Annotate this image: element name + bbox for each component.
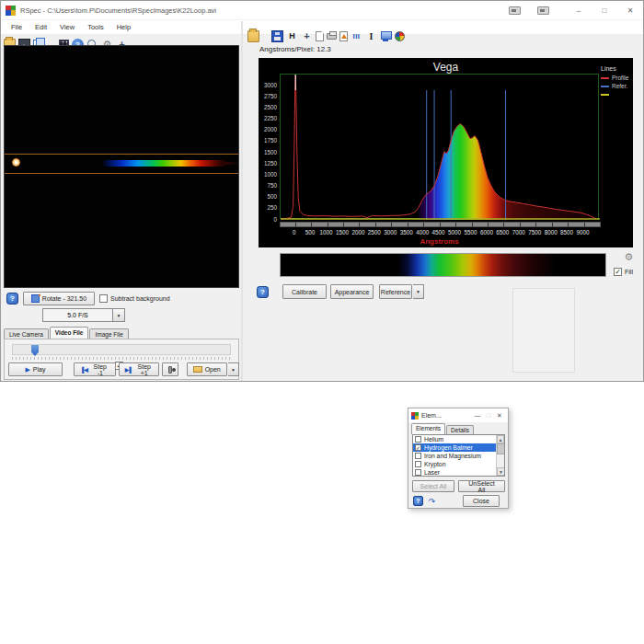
dialog-tab-details[interactable]: Details [446,425,474,434]
element-list-item[interactable]: Laser [413,468,504,477]
scroll-thumb[interactable] [497,443,505,454]
scroll-down-icon[interactable]: ▼ [497,467,505,476]
menu-help[interactable]: Help [110,21,137,33]
legend-swatch [601,86,609,87]
tab-video-file[interactable]: Video File [50,327,89,339]
play-label: Play [33,366,46,373]
chart-title: Vega [259,61,633,74]
element-label: Krypton [424,461,445,467]
element-list-item[interactable]: Krypton [413,460,504,468]
titlebar-plugin-icon[interactable] [509,6,521,15]
calibrate-button[interactable]: Calibrate [282,284,327,299]
x-axis-tickband [280,222,601,227]
dropdown-icon[interactable] [262,30,269,42]
element-checkbox[interactable] [415,469,421,476]
maximize-button[interactable]: □ [592,1,617,20]
text-cursor-icon[interactable] [365,30,377,42]
measurement-line-top[interactable] [5,154,238,155]
step-back-button[interactable]: ▐◀ Step -1 [74,362,116,376]
element-checkbox[interactable] [415,461,421,467]
step-forward-label: Step +1 [136,363,153,376]
plot-area[interactable] [280,74,599,219]
titlebar-plugin-icon[interactable] [537,6,549,15]
dialog-title: Elem... [421,412,472,419]
reference-button[interactable]: Reference [379,284,412,299]
dialog-close-button[interactable]: Close [463,495,500,507]
video-frame-panel[interactable] [4,45,239,288]
dialog-close-icon[interactable]: ✕ [494,412,505,420]
element-checkbox[interactable] [415,444,421,451]
subtract-background-checkbox[interactable]: Subtract background [99,294,170,303]
spectrum-chart: Vega Lines ProfileRefer. Angstroms 02505… [259,58,633,247]
reference-dropdown-arrow[interactable]: ▼ [413,284,424,299]
appearance-button[interactable]: Appearance [330,284,374,299]
redo-arrow-icon[interactable]: ↷ [427,496,437,506]
element-checkbox[interactable] [415,436,421,443]
color-wheel-icon[interactable] [395,31,405,41]
x-tick [391,223,392,227]
page-icon[interactable] [316,31,324,41]
help-icon[interactable]: ? [257,286,269,298]
close-button[interactable]: ✕ [617,1,643,20]
elements-dialog: Elem... — □ ✕ ElementsDetails HeliumHydr… [408,408,509,509]
dialog-maximize-button: □ [483,412,494,419]
crosshair-icon[interactable] [301,30,313,42]
legend-title: Lines [601,65,628,72]
checkbox-box[interactable] [99,294,108,303]
checkbox-box[interactable] [614,268,622,276]
display-icon[interactable] [380,30,392,42]
element-list-item[interactable]: Iron and Magnesium [413,452,504,460]
titlebar[interactable]: RSpec - C:\Users\tom.P\Documents\RSpecIm… [1,1,643,20]
menu-view[interactable]: View [53,21,81,33]
x-tick [520,223,521,227]
printer-icon[interactable] [327,33,337,40]
panel-splitter[interactable] [241,21,243,381]
x-tick [552,223,553,227]
save-icon[interactable] [271,30,283,42]
y-tick-label: 250 [259,204,277,211]
fill-checkbox[interactable]: Fill [614,268,633,276]
dialog-titlebar[interactable]: Elem... — □ ✕ [408,408,508,422]
help-icon[interactable]: ? [413,496,423,506]
scroll-up-icon[interactable]: ▲ [497,435,504,443]
measurement-line-bottom[interactable] [5,173,238,174]
h-icon[interactable] [286,30,298,42]
dialog-tab-elements[interactable]: Elements [411,423,445,434]
open-folder-icon[interactable] [247,30,259,42]
element-label: Hydrogen Balmer [424,444,473,451]
rotate-button[interactable]: Rotate - 321.50 [23,292,95,305]
snapshot-button[interactable] [162,362,178,376]
chart-legend: Lines ProfileRefer. [601,65,628,98]
help-icon[interactable]: ? [6,293,18,305]
folder-icon [193,366,202,373]
elements-list[interactable]: HeliumHydrogen BalmerIron and MagnesiumK… [412,434,505,477]
fps-dropdown[interactable]: 5.0 F/S ▼ [42,308,125,322]
subtract-background-label: Subtract background [110,295,170,302]
export-icon[interactable] [339,31,348,41]
slider-thumb[interactable] [31,345,39,356]
play-button[interactable]: ▶ Play [8,362,63,376]
columns-icon[interactable] [351,30,362,42]
rotate-icon [31,294,40,303]
element-list-item[interactable]: Hydrogen Balmer [413,443,504,452]
element-checkbox[interactable] [415,453,421,459]
menu-tools[interactable]: Tools [81,21,110,33]
unselect-all-button[interactable]: UnSelect All [458,480,505,492]
open-dropdown-arrow[interactable]: ▼ [228,362,239,376]
y-tick-label: 2750 [259,93,277,99]
step-forward-button[interactable]: ▶▌ Step +1 [119,362,159,376]
dialog-minimize-button[interactable]: — [472,412,483,419]
open-button[interactable]: Open [187,362,227,376]
gear-icon[interactable]: ⚙ [623,251,635,263]
frame-slider[interactable] [12,344,231,355]
minimize-button[interactable]: – [566,1,592,20]
chevron-down-icon[interactable]: ▼ [113,308,125,322]
y-tick-label: 2500 [259,104,277,110]
scrollbar[interactable]: ▲ ▼ [496,435,504,476]
legend-swatch [601,94,609,96]
element-list-item[interactable]: Helium [413,435,504,443]
menu-file[interactable]: File [5,21,29,33]
synthesized-spectrum-strip [280,253,606,277]
x-tick [455,223,456,227]
menu-edit[interactable]: Edit [29,21,53,33]
